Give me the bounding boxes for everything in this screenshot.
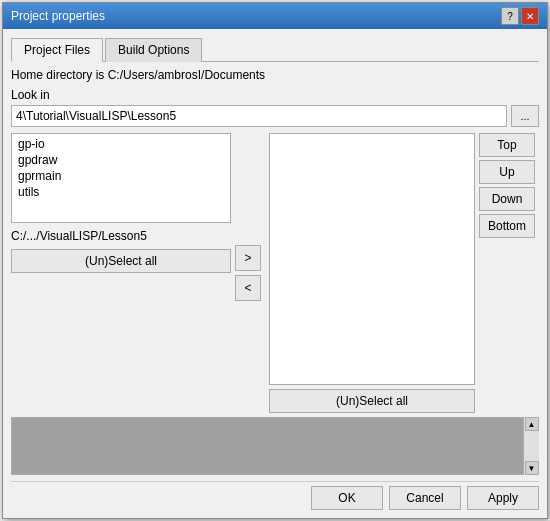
file-list-item[interactable]: gp-io [16,136,226,152]
up-button[interactable]: Up [479,160,535,184]
browse-button[interactable]: ... [511,105,539,127]
output-scrollbar[interactable]: ▲ ▼ [523,417,539,475]
title-bar: Project properties ? ✕ [3,3,547,29]
tab-project-files[interactable]: Project Files [11,38,103,62]
file-list-item[interactable]: gpdraw [16,152,226,168]
left-column: gp-io gpdraw gprmain utils C:/.../Visual… [11,133,231,413]
window-content: Project Files Build Options Home directo… [3,29,547,518]
output-area: ▲ ▼ [11,417,539,475]
selected-files-column: (Un)Select all [269,133,475,413]
file-list-item[interactable]: gprmain [16,168,226,184]
home-directory-label: Home directory is C:/Users/ambrosI/Docum… [11,68,539,82]
unselect-all-left-button[interactable]: (Un)Select all [11,249,231,273]
tab-build-options[interactable]: Build Options [105,38,202,62]
order-buttons-column: Top Up Down Bottom [479,133,539,413]
file-list-item[interactable]: utils [16,184,226,200]
look-in-input[interactable] [11,105,507,127]
unselect-all-right-button[interactable]: (Un)Select all [269,389,475,413]
bottom-buttons: OK Cancel Apply [11,481,539,510]
output-content [11,417,539,475]
middle-column: > < [235,133,265,413]
scroll-track[interactable] [524,431,539,461]
cancel-button[interactable]: Cancel [389,486,461,510]
scroll-down-arrow[interactable]: ▼ [525,461,539,475]
look-in-label: Look in [11,88,539,102]
selected-files-list[interactable] [269,133,475,385]
title-bar-buttons: ? ✕ [501,7,539,25]
bottom-button[interactable]: Bottom [479,214,535,238]
top-button[interactable]: Top [479,133,535,157]
down-button[interactable]: Down [479,187,535,211]
close-button[interactable]: ✕ [521,7,539,25]
help-button[interactable]: ? [501,7,519,25]
apply-button[interactable]: Apply [467,486,539,510]
tab-bar: Project Files Build Options [11,37,539,62]
main-columns: gp-io gpdraw gprmain utils C:/.../Visual… [11,133,539,413]
project-properties-window: Project properties ? ✕ Project Files Bui… [2,2,548,519]
remove-file-button[interactable]: < [235,275,261,301]
ok-button[interactable]: OK [311,486,383,510]
window-title: Project properties [11,9,105,23]
add-file-button[interactable]: > [235,245,261,271]
scroll-up-arrow[interactable]: ▲ [525,417,539,431]
path-label: C:/.../VisualLISP/Lesson5 [11,227,231,245]
file-list[interactable]: gp-io gpdraw gprmain utils [11,133,231,223]
look-in-row: ... [11,105,539,127]
